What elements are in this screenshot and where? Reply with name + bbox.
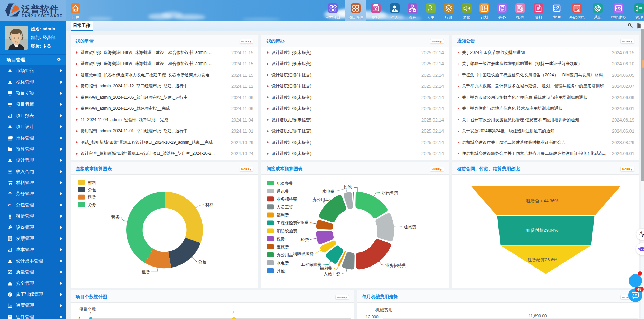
svg-text:办公用品: 办公用品 [312,197,329,202]
svg-text:差旅费: 差旅费 [276,244,289,249]
svg-text:水电费: 水电费 [277,261,289,265]
svg-text:租赁: 租赁 [87,195,96,200]
svg-text:材料: 材料 [87,180,96,185]
svg-text:人员工资: 人员工资 [324,271,340,276]
svg-text:消防设施费: 消防设施费 [277,229,297,233]
svg-text:通讯费: 通讯费 [277,189,289,194]
svg-text:职员餐费: 职员餐费 [277,181,293,186]
svg-text:租赁合同44.36%: 租赁合同44.36% [526,199,558,203]
svg-text:劳务: 劳务 [88,202,96,207]
svg-text:租赁结算26.6%: 租赁结算26.6% [527,258,557,262]
svg-text:差旅费: 差旅费 [296,220,309,225]
svg-text:工程保险费: 工程保险费 [277,221,297,225]
svg-text:租赁付款29.04%: 租赁付款29.04% [526,228,558,233]
svg-text:消防设施费: 消防设施费 [293,251,314,256]
svg-text:工程保险费: 工程保险费 [301,262,321,267]
svg-text:人员工资: 人员工资 [277,205,293,210]
svg-text:x²: x² [8,203,11,207]
svg-text:通讯费: 通讯费 [404,224,416,229]
svg-text:业务招待费: 业务招待费 [385,263,406,268]
svg-text:福利费: 福利费 [276,213,289,218]
svg-text:其他: 其他 [277,269,285,273]
svg-text:其他: 其他 [343,185,352,190]
svg-text:业务招待费: 业务招待费 [277,197,297,202]
svg-text:A: A [642,233,644,238]
svg-text:分包: 分包 [198,260,206,264]
svg-text:材料: 材料 [205,202,214,207]
svg-text:税费: 税费 [276,236,285,241]
svg-text:税费: 税费 [300,237,309,242]
svg-text:水电费: 水电费 [322,189,335,194]
svg-text:分包: 分包 [88,187,96,192]
svg-text:职员餐费: 职员餐费 [382,190,398,195]
svg-text:劳务: 劳务 [111,215,120,220]
svg-text:办公用品: 办公用品 [277,252,293,257]
svg-text:租赁: 租赁 [141,270,150,274]
